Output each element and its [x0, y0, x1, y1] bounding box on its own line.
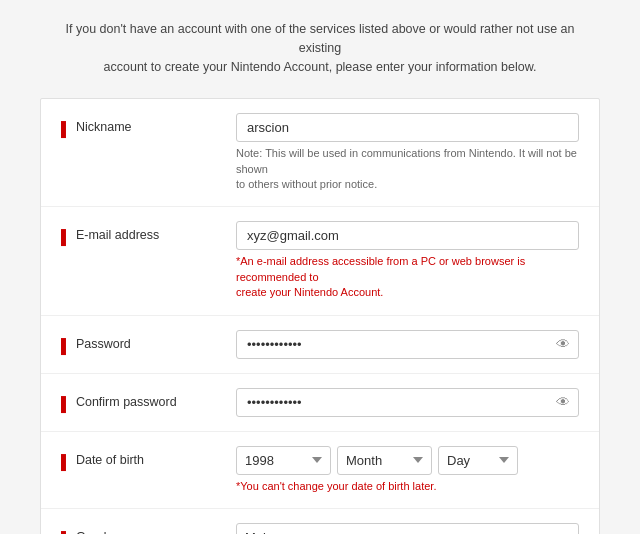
form-section: ▌ Nickname Note: This will be used in co… [40, 98, 600, 534]
dob-day-select[interactable]: Day 1234 5678 9101520 2531 [438, 446, 518, 475]
nickname-label-col: ▌ Nickname [61, 113, 236, 138]
email-label: E-mail address [76, 228, 159, 242]
confirm-password-wrapper: 👁 [236, 388, 579, 417]
page-wrapper: If you don't have an account with one of… [0, 0, 640, 534]
dob-year-select[interactable]: 1998 1997 1999 2000 [236, 446, 331, 475]
required-mark-password: ▌ [61, 337, 71, 355]
required-mark-confirm: ▌ [61, 395, 71, 413]
email-input[interactable] [236, 221, 579, 250]
gender-row: ▌ Gender Male Female Prefer not to say [41, 509, 599, 534]
password-label-col: ▌ Password [61, 330, 236, 355]
required-mark: ▌ [61, 120, 71, 138]
dob-input-col: 1998 1997 1999 2000 Month JanuaryFebruar… [236, 446, 579, 494]
email-label-col: ▌ E-mail address [61, 221, 236, 246]
nickname-row: ▌ Nickname Note: This will be used in co… [41, 99, 599, 207]
dob-hint: *You can't change your date of birth lat… [236, 479, 579, 494]
confirm-password-label: Confirm password [76, 395, 177, 409]
gender-select[interactable]: Male Female Prefer not to say [236, 523, 579, 534]
gender-label-col: ▌ Gender [61, 523, 236, 534]
nickname-label: Nickname [76, 120, 132, 134]
email-input-col: *An e-mail address accessible from a PC … [236, 221, 579, 300]
nickname-input[interactable] [236, 113, 579, 142]
dob-label-col: ▌ Date of birth [61, 446, 236, 471]
gender-input-col: Male Female Prefer not to say [236, 523, 579, 534]
gender-label: Gender [76, 530, 118, 534]
password-input[interactable] [236, 330, 579, 359]
password-input-col: 👁 [236, 330, 579, 359]
required-mark-gender: ▌ [61, 530, 71, 534]
nickname-hint: Note: This will be used in communication… [236, 146, 579, 192]
email-row: ▌ E-mail address *An e-mail address acce… [41, 207, 599, 315]
password-wrapper: 👁 [236, 330, 579, 359]
confirm-password-toggle-icon[interactable]: 👁 [556, 394, 570, 410]
password-label: Password [76, 337, 131, 351]
password-row: ▌ Password 👁 [41, 316, 599, 374]
intro-text: If you don't have an account with one of… [40, 20, 600, 76]
required-mark-dob: ▌ [61, 453, 71, 471]
nickname-input-col: Note: This will be used in communication… [236, 113, 579, 192]
confirm-password-label-col: ▌ Confirm password [61, 388, 236, 413]
email-hint: *An e-mail address accessible from a PC … [236, 254, 579, 300]
dob-selects: 1998 1997 1999 2000 Month JanuaryFebruar… [236, 446, 579, 475]
confirm-password-input[interactable] [236, 388, 579, 417]
password-toggle-icon[interactable]: 👁 [556, 336, 570, 352]
confirm-password-row: ▌ Confirm password 👁 [41, 374, 599, 432]
dob-row: ▌ Date of birth 1998 1997 1999 2000 Mont… [41, 432, 599, 509]
confirm-password-input-col: 👁 [236, 388, 579, 417]
required-mark-email: ▌ [61, 228, 71, 246]
dob-month-select[interactable]: Month JanuaryFebruaryMarch AprilMayJune … [337, 446, 432, 475]
dob-label: Date of birth [76, 453, 144, 467]
